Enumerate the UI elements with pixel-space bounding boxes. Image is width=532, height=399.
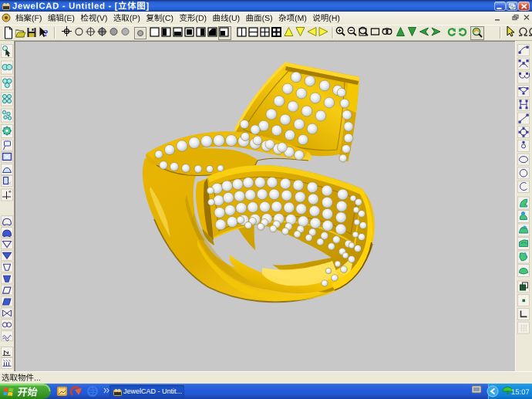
svg-text:?: ? xyxy=(44,28,49,39)
